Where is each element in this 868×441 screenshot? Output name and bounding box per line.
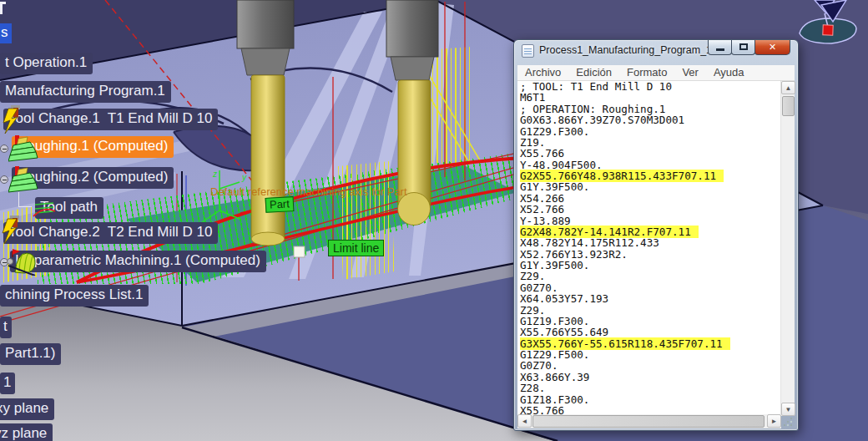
gcode-line: G1Y.39F500.	[517, 181, 781, 192]
collapse-handle[interactable]	[0, 175, 8, 184]
gcode-line: X55.766	[517, 148, 781, 159]
gcode-line: Y-48.904F500.	[517, 160, 781, 170]
gcode-line: X55.766Y55.649	[517, 327, 781, 337]
gcode-line: G3X55.766Y-55.615R118.435F707.11	[517, 338, 781, 349]
gcode-line: G1Y.39F500.	[517, 260, 781, 271]
close-button[interactable]: ✕	[754, 40, 790, 55]
gcode-line: Z28.	[517, 383, 781, 393]
gcode-line: ; OPERATION: Roughing.1	[517, 104, 781, 114]
gcode-line: G2X55.766Y48.938R115.433F707.11	[517, 170, 781, 181]
axis-note-label: Default reference machining axis for Par…	[210, 185, 407, 198]
menu-item[interactable]: Archivo	[517, 65, 568, 79]
gcode-line: X54.266	[517, 193, 781, 204]
gcode-line: Z19.	[517, 137, 781, 148]
tree-item-machining-process-list[interactable]: chining Process List.1	[0, 285, 149, 307]
tree-item-part1[interactable]: Part1.1)	[0, 343, 61, 365]
gcode-line: G1Z29.F500.	[517, 349, 781, 360]
notepad-window: Process1_Manufacturing_Program_1.PI... ✕…	[513, 39, 799, 431]
gcode-line: G1Z19.F300.	[517, 316, 781, 327]
gcode-line: Z29.	[517, 305, 781, 316]
horizontal-scroll-thumb[interactable]	[532, 415, 765, 428]
tree-clipped-glyph	[0, 2, 6, 14]
tree-item-part-operation[interactable]: t Operation.1	[0, 53, 93, 74]
notepad-app-icon	[522, 44, 534, 58]
close-icon: ✕	[769, 42, 776, 52]
tree-item-fragment-1[interactable]: 1	[0, 373, 15, 394]
gcode-line: G1Z18.F300.	[517, 394, 781, 405]
gcode-line: X52.766	[517, 204, 781, 215]
gcode-line: ; TOOL: T1 End Mill D 10	[517, 81, 781, 92]
gcode-line: Z29.	[517, 271, 781, 281]
tree-item-tool-change-2[interactable]: Tool Change.2 T2 End Mill D 10	[0, 214, 218, 244]
scroll-down-icon: ▼	[785, 406, 792, 413]
maximize-button[interactable]	[731, 40, 755, 55]
window-title: Process1_Manufacturing_Program_1.PI...	[539, 44, 731, 56]
tree-item-xy-plane[interactable]: xy plane	[0, 398, 54, 420]
gcode-line: X64.053Y57.193	[517, 293, 781, 304]
tree-item-yz-plane[interactable]: yz plane	[0, 423, 53, 441]
horizontal-scrollbar[interactable]: ◄ ►	[517, 414, 781, 428]
traverse-point-marker	[294, 246, 305, 257]
svg-text:z: z	[212, 170, 217, 179]
menu-item[interactable]: Ayuda	[706, 65, 752, 79]
scroll-down-button[interactable]: ▼	[781, 403, 795, 416]
scroll-right-icon: ►	[771, 418, 778, 425]
gcode-line: X52.766Y13.923R2.	[517, 249, 781, 260]
scroll-up-icon: ▲	[785, 84, 792, 92]
tree-item-isoparametric[interactable]: Isoparametric Machining.1 (Computed)	[7, 247, 266, 272]
gcode-line: M6T1	[517, 92, 781, 103]
maximize-icon	[739, 43, 748, 50]
vertical-scroll-thumb[interactable]	[782, 96, 795, 116]
minimize-button[interactable]	[708, 40, 732, 55]
gcode-line: Y-13.889	[517, 215, 781, 226]
tree-item-roughing-1[interactable]: Roughing.1 (Computed)	[8, 135, 174, 158]
tree-item-tool-change-1[interactable]: Tool Change.1 T1 End Mill D 10	[0, 105, 218, 130]
tree-branch-line	[18, 192, 32, 207]
limit-line-label: Limit line	[328, 240, 384, 256]
svg-text:y: y	[241, 173, 247, 182]
gcode-line: G2X48.782Y-14.141R2.F707.11	[517, 226, 781, 237]
scroll-up-button[interactable]: ▲	[781, 81, 795, 94]
catia-application: z x y Default reference machining axis f…	[0, 0, 868, 441]
gcode-line: G0Z70.	[517, 360, 781, 371]
scroll-right-button[interactable]: ►	[767, 414, 781, 428]
scroll-left-button[interactable]: ◄	[517, 414, 532, 428]
gcode-line: X63.866Y.39	[517, 372, 781, 383]
gcode-line: G0Z70.	[517, 282, 781, 293]
tree-item-selected-fragment[interactable]: s	[0, 23, 12, 43]
gcode-line: G0X63.866Y.39Z70.S70M3D001	[517, 114, 781, 125]
minimize-icon	[716, 48, 724, 51]
gcode-line: G1Z29.F300.	[517, 126, 781, 137]
collapse-handle[interactable]	[0, 144, 8, 153]
scroll-left-icon: ◄	[522, 418, 528, 425]
notepad-menubar: ArchivoEdiciónFormatoVerAyuda	[517, 65, 795, 81]
gcode-text-area[interactable]: ; TOOL: T1 End Mill D 10M6T1; OPERATION:…	[517, 81, 781, 416]
vertical-scrollbar[interactable]: ▲ ▼	[780, 81, 795, 416]
menu-item[interactable]: Formato	[619, 65, 674, 79]
gcode-line: X48.782Y14.175R112.433	[517, 237, 781, 248]
menu-item[interactable]: Edición	[568, 65, 619, 79]
tree-item-roughing-2[interactable]: Roughing.2 (Computed)	[8, 166, 174, 189]
resize-grip[interactable]	[782, 416, 794, 428]
tree-item-fragment-t[interactable]: t	[0, 317, 12, 338]
menu-item[interactable]: Ver	[674, 65, 706, 79]
tree-item-manufacturing-program[interactable]: Manufacturing Program.1	[0, 81, 171, 103]
part-tag-label: Part	[265, 196, 295, 213]
